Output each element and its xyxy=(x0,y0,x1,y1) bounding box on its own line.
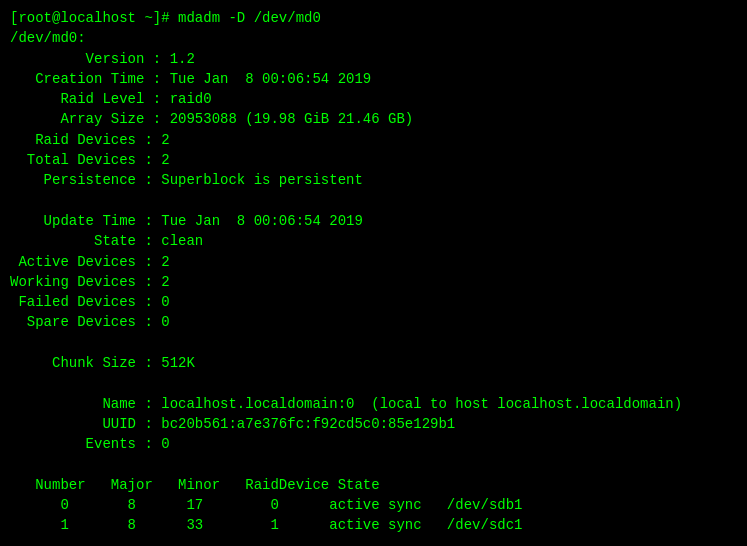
failed-devices-line: Failed Devices : 0 xyxy=(10,292,737,312)
table-header-line: Number Major Minor RaidDevice State xyxy=(10,475,737,495)
working-devices-line: Working Devices : 2 xyxy=(10,272,737,292)
version-line: Version : 1.2 xyxy=(10,49,737,69)
empty-line-1 xyxy=(10,191,737,211)
active-devices-line: Active Devices : 2 xyxy=(10,252,737,272)
uuid-line: UUID : bc20b561:a7e376fc:f92cd5c0:85e129… xyxy=(10,414,737,434)
terminal-window: [root@localhost ~]# mdadm -D /dev/md0 /d… xyxy=(0,0,747,546)
total-devices-line: Total Devices : 2 xyxy=(10,150,737,170)
creation-time-line: Creation Time : Tue Jan 8 00:06:54 2019 xyxy=(10,69,737,89)
update-time-line: Update Time : Tue Jan 8 00:06:54 2019 xyxy=(10,211,737,231)
final-prompt-line[interactable]: [root@localhost ~]# xyxy=(10,536,737,546)
raid-devices-line: Raid Devices : 2 xyxy=(10,130,737,150)
spare-devices-line: Spare Devices : 0 xyxy=(10,312,737,332)
name-line: Name : localhost.localdomain:0 (local to… xyxy=(10,394,737,414)
empty-line-3 xyxy=(10,373,737,393)
chunk-size-line: Chunk Size : 512K xyxy=(10,353,737,373)
command-line: [root@localhost ~]# mdadm -D /dev/md0 xyxy=(10,8,737,28)
events-line: Events : 0 xyxy=(10,434,737,454)
state-line: State : clean xyxy=(10,231,737,251)
empty-line-2 xyxy=(10,333,737,353)
table-row-0: 0 8 17 0 active sync /dev/sdb1 xyxy=(10,495,737,515)
device-header: /dev/md0: xyxy=(10,28,737,48)
raid-level-line: Raid Level : raid0 xyxy=(10,89,737,109)
table-row-1: 1 8 33 1 active sync /dev/sdc1 xyxy=(10,515,737,535)
persistence-line: Persistence : Superblock is persistent xyxy=(10,170,737,190)
array-size-line: Array Size : 20953088 (19.98 GiB 21.46 G… xyxy=(10,109,737,129)
empty-line-4 xyxy=(10,455,737,475)
